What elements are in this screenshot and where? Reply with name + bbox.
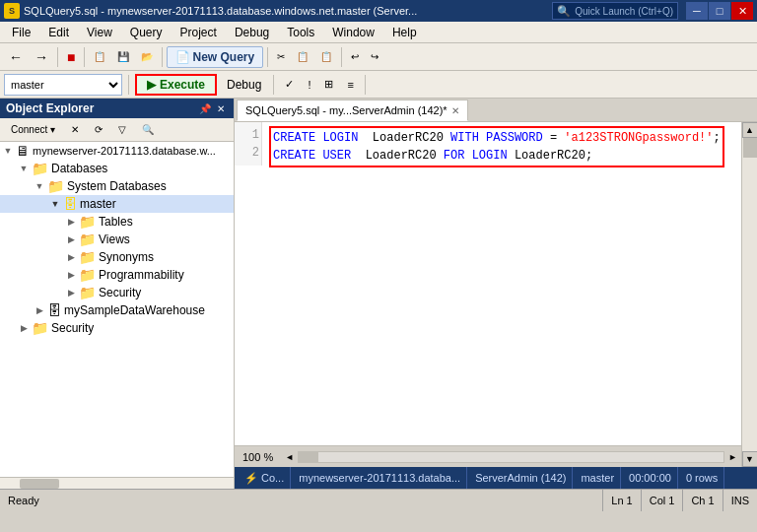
menu-window[interactable]: Window [324,24,382,41]
tree-item-security-master[interactable]: ▶ 📁 Security [0,284,234,301]
kw-create-1: CREATE [273,131,315,145]
open-button[interactable]: 📂 [136,46,158,68]
tree-item-master[interactable]: ▼ 🗄 master [0,195,234,213]
execute-button[interactable]: ▶ Execute [135,74,217,96]
title-bar: S SQLQuery5.sql - mynewserver-20171113.d… [0,0,757,22]
line-numbers: 1 2 [235,122,262,166]
minimize-button[interactable]: ─ [686,2,708,20]
zoom-level: 100 % [242,451,273,463]
refresh-button[interactable]: ⟳ [88,121,109,138]
cut-button[interactable]: ✂ [272,46,290,68]
tree-item-programmability[interactable]: ▶ 📁 Programmability [0,266,234,284]
semi-1: ; [714,131,721,145]
scroll-up-button[interactable]: ▲ [742,122,758,138]
menu-view[interactable]: View [79,24,120,41]
copy-button[interactable]: 📋 [292,46,313,68]
results-grid-button[interactable]: ⊞ [319,74,338,96]
back-icon: ← [9,49,23,65]
filter-button[interactable]: ▽ [111,121,133,138]
main-area: Object Explorer 📌 ✕ Connect ▾ ✕ ⟳ ▽ 🔍 ▼ … [0,99,757,489]
kw-password: PASSWORD [486,131,543,145]
undo2-button[interactable]: ↪ [366,46,383,68]
security-root-label: Security [51,321,94,335]
security-root-icon: 📁 [32,320,48,336]
oe-h-scrollbar[interactable] [0,477,234,489]
forward-button[interactable]: → [30,46,53,68]
tree-item-security-root[interactable]: ▶ 📁 Security [0,319,234,337]
server-value: mynewserver-20171113.databa... [299,472,460,484]
tree-item-tables[interactable]: ▶ 📁 Tables [0,213,234,231]
oe-pin-button[interactable]: 📌 [198,101,212,115]
tree-item-system-databases[interactable]: ▼ 📁 System Databases [0,177,234,195]
master-db-icon: 🗄 [63,196,77,212]
security-master-icon: 📁 [79,285,96,300]
tree-item-databases[interactable]: ▼ 📁 Databases [0,160,234,177]
parse-button[interactable]: ! [303,74,315,96]
toolbar2-separator-3 [365,75,366,95]
oe-close-button[interactable]: ✕ [214,101,228,115]
tab-close-button[interactable]: ✕ [451,105,459,116]
new-query-button[interactable]: 📄 New Query [167,46,263,68]
close-button[interactable]: ✕ [731,2,753,20]
menu-debug[interactable]: Debug [227,24,277,41]
redo-button[interactable]: ↩ [346,46,364,68]
v-scrollbar[interactable]: ▲ ▼ [741,122,757,467]
expand-databases-icon: ▼ [16,164,32,173]
toolbar2-separator-2 [273,75,274,95]
maximize-button[interactable]: □ [709,2,730,20]
id-loaderrc20-2: LoaderRC20 [358,149,443,163]
query-tab[interactable]: SQLQuery5.sql - my...ServerAdmin (142)* … [237,100,468,121]
menu-help[interactable]: Help [384,24,425,41]
tree-item-server[interactable]: ▼ 🖥 mynewserver-20171113.database.w... [0,142,234,160]
expand-security-root-icon: ▶ [16,323,32,333]
menu-file[interactable]: File [4,24,38,41]
back-button[interactable]: ← [4,46,28,68]
menu-project[interactable]: Project [172,24,225,41]
paste-button[interactable]: 📋 [315,46,337,68]
mysample-icon: 🗄 [47,302,61,318]
editor-info-bar: ⚡ Co... mynewserver-20171113.databa... S… [235,467,757,489]
tree-item-mysample[interactable]: ▶ 🗄 mySampleDataWarehouse [0,301,234,319]
quick-launch[interactable]: 🔍 Quick Launch (Ctrl+Q) [552,2,678,20]
search-oe-button[interactable]: 🔍 [135,121,161,138]
connection-info: ⚡ Co... [239,467,291,489]
debug-label[interactable]: Debug [221,78,267,92]
save-button[interactable]: 💾 [112,46,134,68]
views-label: Views [99,233,130,246]
check-button[interactable]: ✓ [280,74,299,96]
scroll-left-arrow[interactable]: ◄ [285,452,294,462]
tree-item-synonyms[interactable]: ▶ 📁 Synonyms [0,248,234,266]
scroll-right-arrow[interactable]: ► [728,452,737,462]
h-scrollbar[interactable] [298,451,724,463]
connect-button[interactable]: Connect ▾ [4,121,62,138]
object-explorer-header: Object Explorer 📌 ✕ [0,99,234,118]
toolbar-separator-4 [267,47,268,67]
expand-security-master-icon: ▶ [63,288,79,298]
expand-synonyms-icon: ▶ [63,252,79,262]
str-password: 'a123STRONGpassword!' [564,131,713,145]
menu-tools[interactable]: Tools [279,24,322,41]
h-scroll-thumb [299,452,318,462]
op-equals: = [543,131,565,145]
undo-button[interactable]: 📋 [89,46,110,68]
synonyms-icon: 📁 [79,249,96,265]
code-line-1: CREATE LOGIN LoaderRC20 WITH PASSWORD = … [273,129,721,147]
scroll-down-button[interactable]: ▼ [742,451,758,467]
results-text-button[interactable]: ≡ [342,74,358,96]
tab-bar: SQLQuery5.sql - my...ServerAdmin (142)* … [235,99,757,122]
menu-edit[interactable]: Edit [40,24,77,41]
systemdb-icon: 📁 [47,178,64,194]
menu-query[interactable]: Query [122,24,171,41]
disconnect-button[interactable]: ✕ [64,121,86,138]
code-editor[interactable]: 1 2 CREATE LOGIN LoaderRC20 WITH PASSWOR… [235,122,741,445]
tree-item-views[interactable]: ▶ 📁 Views [0,231,234,248]
toolbar-separator-5 [341,47,342,67]
stop-button[interactable]: ■ [62,46,80,68]
query-editor-area: SQLQuery5.sql - my...ServerAdmin (142)* … [235,99,757,489]
database-selector[interactable]: master [4,74,122,96]
ins-value: INS [731,495,749,506]
h-scroll-area[interactable]: ◄ ► [281,451,741,463]
code-content[interactable]: CREATE LOGIN LoaderRC20 WITH PASSWORD = … [263,122,741,445]
code-highlight-box: CREATE LOGIN LoaderRC20 WITH PASSWORD = … [269,126,724,167]
zoom-control[interactable]: 100 % [235,451,281,463]
